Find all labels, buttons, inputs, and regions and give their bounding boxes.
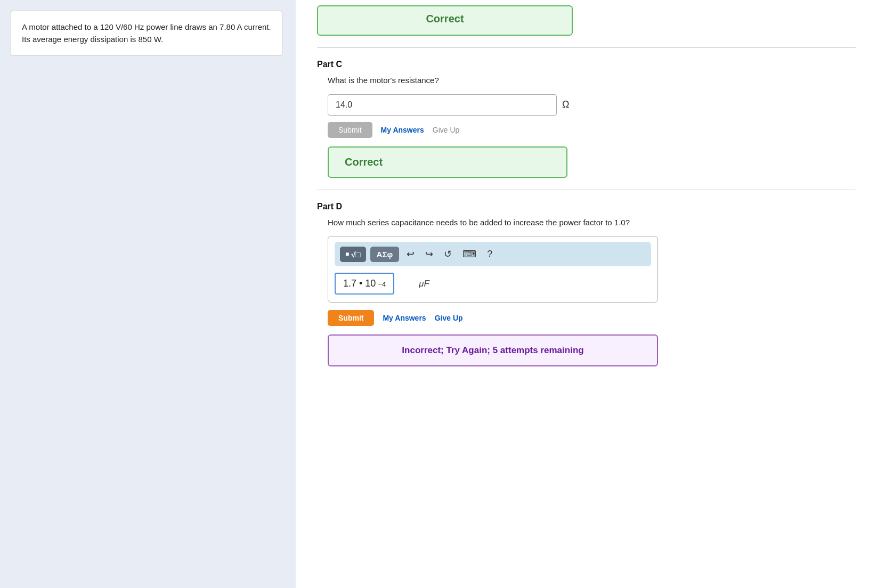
part-c-question: What is the motor's resistance? [328, 75, 856, 87]
part-d-label: Part D [317, 202, 856, 211]
part-d-submit-button[interactable]: Submit [328, 310, 374, 326]
problem-statement: A motor attached to a 120 V/60 Hz power … [11, 11, 282, 56]
part-c-input-row: Ω [328, 94, 856, 116]
part-d-my-answers-link[interactable]: My Answers [383, 314, 426, 322]
part-d-question: How much series capacitance needs to be … [328, 217, 856, 229]
part-d-incorrect-label: Incorrect; Try Again; 5 attempts remaini… [402, 345, 583, 355]
top-correct-label: Correct [426, 13, 464, 24]
part-d-give-up-link[interactable]: Give Up [435, 314, 463, 322]
part-d-math-input-container: ■ √□ ΑΣφ ↩ ↪ ↺ ⌨ ? [328, 236, 658, 303]
problem-text: A motor attached to a 120 V/60 Hz power … [22, 22, 271, 44]
divider-2 [317, 190, 856, 190]
right-panel: Correct Part C What is the motor's resis… [296, 0, 877, 588]
part-c-label: Part C [317, 60, 856, 69]
math-keyboard-button[interactable]: ⌨ [459, 246, 480, 262]
part-c-correct-label: Correct [345, 156, 383, 168]
divider-1 [317, 47, 856, 48]
part-c-correct-banner: Correct [328, 146, 567, 178]
part-d-math-toolbar: ■ √□ ΑΣφ ↩ ↪ ↺ ⌨ ? [335, 242, 651, 266]
math-refresh-button[interactable]: ↺ [441, 246, 455, 262]
part-d-incorrect-banner: Incorrect; Try Again; 5 attempts remaini… [328, 334, 658, 366]
part-d-section: Part D How much series capacitance needs… [317, 202, 856, 367]
math-help-button[interactable]: ? [484, 247, 496, 262]
part-c-action-row: Submit My Answers Give Up [328, 122, 856, 138]
part-d-math-value: 1.7 • 10 [343, 278, 376, 289]
math-redo-button[interactable]: ↪ [422, 246, 436, 262]
part-c-submit-button[interactable]: Submit [328, 122, 372, 138]
part-d-math-unit: μF [419, 279, 429, 289]
part-d-math-exponent: −4 [378, 280, 386, 288]
part-d-action-row: Submit My Answers Give Up [328, 310, 856, 326]
left-panel: A motor attached to a 120 V/60 Hz power … [0, 0, 296, 588]
part-d-math-expression-row: 1.7 • 10−4 μF [335, 273, 651, 295]
top-correct-banner: Correct [317, 5, 573, 36]
math-matrix-button[interactable]: ■ √□ [340, 247, 366, 262]
math-undo-button[interactable]: ↩ [403, 246, 418, 262]
part-c-give-up-link[interactable]: Give Up [433, 126, 460, 134]
part-c-unit: Ω [562, 99, 569, 110]
part-c-input[interactable] [328, 94, 557, 116]
part-c-section: Part C What is the motor's resistance? Ω… [317, 60, 856, 178]
part-d-math-expr-box[interactable]: 1.7 • 10−4 [335, 273, 394, 295]
part-c-my-answers-link[interactable]: My Answers [381, 126, 424, 134]
math-symbol-button[interactable]: ΑΣφ [370, 247, 400, 262]
